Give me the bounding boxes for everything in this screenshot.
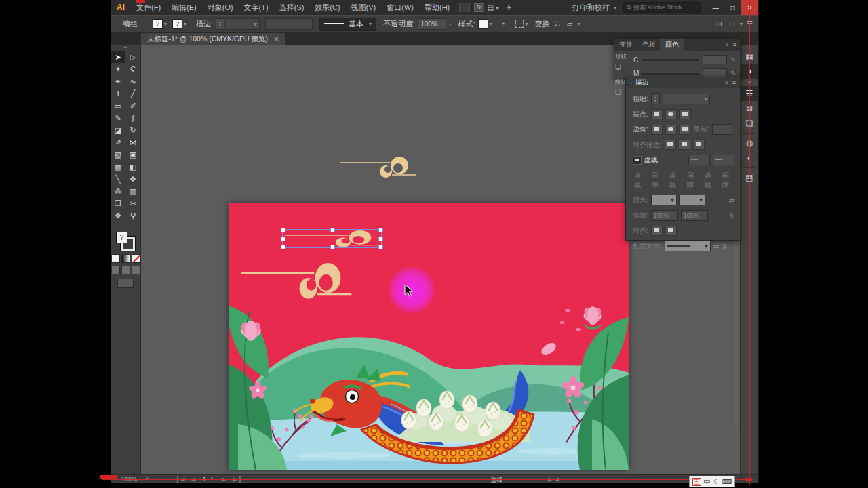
align-outside-button[interactable] [693,140,705,150]
selection-handle[interactable] [378,237,383,241]
none-mode-button[interactable] [132,254,140,263]
document-tab[interactable]: 未标题-1* @ 100% (CMYK/GPU 预览) ✕ [140,32,286,45]
tab-color[interactable]: 颜色 [660,39,684,51]
paintbrush-tool[interactable]: ✐ [125,100,140,112]
stroke-color-swatch[interactable]: ? [172,19,182,29]
stroke-weight-dropdown[interactable]: ▾ [226,18,260,30]
align-inside-button[interactable] [679,140,690,150]
cap-butt-button[interactable] [651,109,663,119]
menu-edit[interactable]: 编辑(E) [166,3,202,13]
stroke-chevron-icon[interactable]: ▾ [184,21,186,27]
cyan-value-field[interactable] [703,55,727,64]
selection-handle[interactable] [378,228,383,232]
flip-along-icon[interactable]: ⇄ [713,243,719,250]
align-icon[interactable]: ∷ [555,19,560,28]
eraser-tool[interactable]: ◪ [111,124,125,136]
column-graph-tool[interactable]: ▥ [125,185,140,197]
eyedropper-tool[interactable]: ╲ [111,173,125,185]
panel-menu-icon[interactable]: ≡ [732,79,736,86]
link-scale-icon[interactable]: ∞ [728,213,736,218]
selection-handle[interactable] [330,228,335,232]
zoom-tool[interactable]: ⚲ [125,209,140,222]
select-similar-icon[interactable] [515,20,524,28]
pen-tool[interactable]: ✒ [111,75,125,87]
draw-normal-button[interactable] [111,266,120,274]
magic-wand-tool[interactable]: ✶ [111,63,125,75]
flip-across-icon[interactable]: ⇅ [722,243,727,250]
miter-limit-field[interactable] [712,124,732,135]
corner-miter-button[interactable] [651,125,663,135]
panel-menu-icon[interactable]: ≡ [733,41,736,48]
selection-handle[interactable] [281,237,285,241]
symbol-sprayer-tool[interactable]: ⁂ [111,185,125,197]
selection-handle[interactable] [378,245,383,249]
gpu-performance-icon[interactable] [459,3,470,12]
arrow-align-end-button[interactable] [665,226,677,236]
dock-scrollbar[interactable] [734,243,738,427]
dock-arrange-icon[interactable]: ⊟ [729,20,735,28]
selection-handle[interactable] [281,228,285,232]
variable-width-profile-dropdown[interactable] [265,18,313,30]
gradient-tool[interactable]: ◧ [125,161,140,173]
slider-edit-icon[interactable]: ✎ [730,70,736,77]
brush-definition-dropdown[interactable]: 基本 ▾ [319,18,376,30]
mesh-tool[interactable]: ▦ [111,161,125,173]
menu-type[interactable]: 文字(T) [239,3,274,13]
select-similar-chevron[interactable]: ▾ [525,21,528,27]
fill-color-swatch[interactable]: ? [153,19,163,29]
pasteboard-cloud-motif[interactable] [340,157,418,177]
workspace-grid-icon[interactable]: ⊞ [716,20,722,28]
style-swatch[interactable] [478,19,488,29]
panel-collapse-icon[interactable]: » [725,79,728,86]
cap-round-button[interactable] [665,109,677,119]
corner-bevel-button[interactable] [679,125,691,135]
opacity-field[interactable]: 100% [418,18,446,30]
ime-wubi-icon[interactable]: 五 [692,478,701,486]
draw-inside-button[interactable] [132,266,140,274]
path-panel-icon[interactable]: ❏ [614,88,621,96]
ime-halfmoon-icon[interactable]: ☾ [713,478,719,485]
rectangle-tool[interactable]: ▭ [111,100,125,112]
selection-handle[interactable] [281,245,285,249]
menu-window[interactable]: 窗口(W) [381,3,419,13]
shape-panel-icon[interactable]: ❏ [614,63,621,70]
weight-dropdown[interactable]: ▾ [663,94,710,104]
rotate-tool[interactable]: ↻ [125,124,140,136]
recolor-artwork-icon[interactable]: ◔ [500,19,506,29]
dashed-line-checkbox[interactable] [633,156,642,165]
stock-search-input[interactable]: ⚲ 搜索 Adobe Stock [623,2,701,13]
hand-tool[interactable]: ✥ [111,209,125,222]
tools-panel-grip[interactable]: •• [111,45,140,51]
style-chevron-icon[interactable]: ▾ [490,21,492,27]
tab-close-icon[interactable]: ✕ [274,36,279,43]
shape-panel-label[interactable]: 形状 [614,53,627,61]
fill-chevron-icon[interactable]: ▾ [164,21,167,27]
fill-proxy[interactable]: ? [116,232,127,243]
arrow-align-tip-button[interactable] [651,226,663,236]
stroke-panel-header[interactable]: ◦ 描边 » ≡ [626,77,740,88]
scale-start-field[interactable]: 100% [651,210,678,221]
scale-end-field[interactable]: 100% [681,210,708,221]
menu-view[interactable]: 视图(V) [346,3,382,13]
draw-behind-button[interactable] [121,266,130,274]
menu-file[interactable]: 文件(F) [131,3,166,13]
artboard-tool[interactable]: ❒ [111,197,125,209]
tab-transform[interactable]: 变换 [614,39,637,51]
arrowhead-end-dropdown[interactable]: ▾ [679,195,705,205]
weight-stepper[interactable]: ▴▾ [651,93,660,104]
menu-help[interactable]: 帮助(H) [419,3,455,13]
slice-tool[interactable]: ✂ [125,197,140,209]
fill-stroke-indicator[interactable]: ? [115,231,136,251]
tab-swatches[interactable]: 色板 [637,39,660,51]
maximize-button[interactable]: □ [724,0,741,15]
panel-collapse-icon[interactable]: » [726,41,729,48]
cyan-slider[interactable] [642,59,699,61]
swap-arrowheads-icon[interactable]: ⇄ [729,197,734,204]
shape-builder-tool[interactable]: ▣ [125,148,140,161]
align-center-button[interactable] [665,140,676,150]
screen-mode-button[interactable] [117,279,134,288]
cap-projecting-button[interactable] [679,109,691,119]
arrange-documents-icon[interactable]: ▤ ▾ [488,4,499,12]
arrowhead-start-dropdown[interactable]: ▾ [651,195,677,205]
dock-arrange-chevron[interactable]: ▾ [740,21,743,27]
